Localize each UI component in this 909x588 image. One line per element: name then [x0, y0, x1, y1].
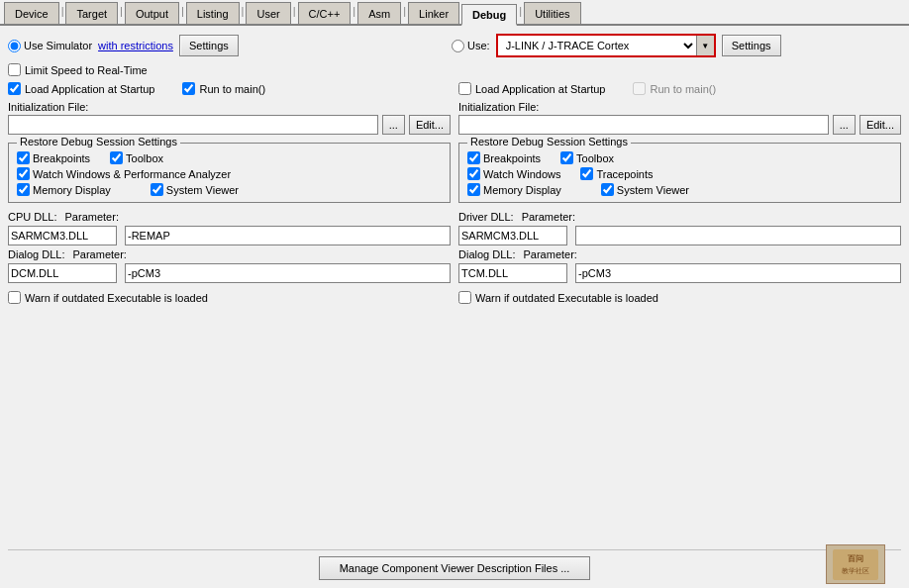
svg-text:教学社区: 教学社区 — [842, 567, 869, 574]
right-tracepoints-cb[interactable] — [580, 167, 593, 180]
left-row2: Watch Windows & Performance Analyzer — [17, 167, 442, 180]
tab-asm[interactable]: Asm — [357, 2, 401, 24]
tab-linker[interactable]: Linker — [408, 2, 459, 24]
left-init-file-section: Initialization File: ... Edit... — [8, 101, 451, 135]
right-column: Load Application at Startup Run to main(… — [458, 82, 901, 543]
right-system-label[interactable]: System Viewer — [601, 183, 689, 196]
bottom-bar: Manage Component Viewer Description File… — [8, 549, 901, 580]
tab-cc[interactable]: C/C++ — [298, 2, 352, 24]
right-warn-checkbox[interactable] — [458, 291, 471, 304]
limit-speed-checkbox[interactable] — [8, 63, 21, 76]
right-watch-cb[interactable] — [467, 167, 480, 180]
limit-speed-section: Limit Speed to Real-Time — [8, 63, 452, 76]
restrictions-link[interactable]: with restrictions — [98, 40, 173, 51]
left-memory-label[interactable]: Memory Display — [17, 183, 111, 196]
right-init-file-section: Initialization File: ... Edit... — [458, 101, 901, 135]
left-group-content: Breakpoints Toolbox Watch Windows & Perf… — [17, 151, 442, 196]
left-breakpoints-label[interactable]: Breakpoints — [17, 151, 90, 164]
left-run-to-main-checkbox[interactable] — [182, 82, 195, 95]
right-tracepoints-label[interactable]: Tracepoints — [580, 167, 653, 180]
left-cpu-dll-input[interactable] — [8, 226, 117, 245]
tab-debug[interactable]: Debug — [461, 4, 517, 26]
right-breakpoints-cb[interactable] — [467, 151, 480, 164]
use-radio[interactable] — [452, 40, 464, 52]
right-breakpoints-text: Breakpoints — [483, 152, 541, 164]
manage-btn[interactable]: Manage Component Viewer Description File… — [319, 556, 591, 580]
right-driver-dll-header: Driver DLL: Parameter: — [458, 211, 901, 223]
watermark-area: 百问 教学社区 — [826, 544, 885, 584]
tab-sep-5: | — [293, 0, 296, 22]
left-watch-text: Watch Windows & Performance Analyzer — [33, 168, 231, 180]
left-row3: Memory Display System Viewer — [17, 183, 442, 196]
right-dialog-dll-input[interactable] — [458, 263, 567, 283]
left-memory-text: Memory Display — [33, 184, 111, 196]
right-dialog-param-input[interactable] — [575, 263, 901, 283]
tab-sep-3: | — [181, 0, 184, 22]
right-toolbox-label[interactable]: Toolbox — [560, 151, 614, 164]
right-dialog-param-label: Parameter: — [523, 248, 901, 260]
right-breakpoints-label[interactable]: Breakpoints — [467, 151, 541, 164]
right-row2: Watch Windows Tracepoints — [467, 167, 892, 180]
left-init-browse-btn[interactable]: ... — [382, 115, 405, 135]
left-dialog-dll-input[interactable] — [8, 263, 117, 283]
left-cpu-param-input[interactable] — [125, 226, 451, 245]
right-system-cb[interactable] — [601, 183, 614, 196]
svg-text:百问: 百问 — [848, 554, 863, 563]
tab-user[interactable]: User — [246, 2, 290, 24]
left-cpu-dll-field: CPU DLL: — [8, 211, 57, 223]
left-system-label[interactable]: System Viewer — [151, 183, 239, 196]
right-driver-param-label-wrap: Parameter: — [522, 211, 901, 223]
left-cpu-dll-row — [8, 226, 451, 245]
right-spacer-1 — [452, 63, 901, 76]
left-system-cb[interactable] — [151, 183, 163, 196]
right-driver-dll-input[interactable] — [458, 226, 567, 245]
left-init-file-input[interactable] — [8, 115, 378, 135]
use-radio-label[interactable]: Use: — [452, 40, 490, 52]
left-restore-group: Restore Debug Session Settings Breakpoin… — [8, 143, 451, 203]
simulator-settings-btn[interactable]: Settings — [179, 35, 239, 56]
tab-output[interactable]: Output — [125, 2, 179, 24]
tab-device[interactable]: Device — [4, 2, 59, 24]
left-cpu-dll-label: CPU DLL: — [8, 211, 57, 223]
dropdown-arrow-icon[interactable]: ▼ — [696, 36, 714, 55]
right-init-file-label: Initialization File: — [458, 101, 901, 113]
limit-speed-row: Limit Speed to Real-Time — [8, 63, 901, 76]
left-watch-cb[interactable] — [17, 167, 30, 180]
left-watch-label[interactable]: Watch Windows & Performance Analyzer — [17, 167, 231, 180]
left-dialog-param-input[interactable] — [125, 263, 451, 283]
left-memory-cb[interactable] — [17, 183, 30, 196]
right-init-browse-btn[interactable]: ... — [833, 115, 856, 135]
left-load-app-label: Load Application at Startup — [25, 83, 154, 95]
right-run-to-main-label: Run to main() — [650, 83, 716, 95]
left-toolbox-cb[interactable] — [110, 151, 123, 164]
tab-target[interactable]: Target — [65, 2, 118, 24]
right-init-edit-btn[interactable]: Edit... — [859, 115, 901, 135]
tab-listing[interactable]: Listing — [186, 2, 240, 24]
left-warn-checkbox[interactable] — [8, 291, 21, 304]
right-memory-label[interactable]: Memory Display — [467, 183, 561, 196]
right-watch-label[interactable]: Watch Windows — [467, 167, 560, 180]
left-run-to-main-label: Run to main() — [199, 83, 265, 95]
right-memory-cb[interactable] — [467, 183, 480, 196]
simulator-radio[interactable] — [8, 40, 21, 52]
left-dialog-param-label: Parameter: — [72, 248, 451, 260]
right-run-to-main-checkbox[interactable] — [633, 82, 646, 95]
right-tracepoints-text: Tracepoints — [596, 168, 653, 180]
two-col-layout: Load Application at Startup Run to main(… — [8, 82, 901, 543]
tab-utilities[interactable]: Utilities — [524, 2, 580, 24]
left-toolbox-label[interactable]: Toolbox — [110, 151, 163, 164]
use-select[interactable]: J-LINK / J-TRACE Cortex ULINK2/ME Cortex… — [498, 36, 696, 55]
right-load-app-checkbox[interactable] — [458, 82, 471, 95]
left-load-app-checkbox[interactable] — [8, 82, 21, 95]
simulator-radio-label[interactable]: Use Simulator — [8, 40, 92, 52]
right-init-file-input[interactable] — [458, 115, 829, 135]
left-breakpoints-cb[interactable] — [17, 151, 30, 164]
left-init-edit-btn[interactable]: Edit... — [409, 115, 451, 135]
left-dialog-dll-label: Dialog DLL: — [8, 248, 64, 260]
right-toolbox-cb[interactable] — [560, 151, 573, 164]
left-dialog-dll-row — [8, 263, 451, 283]
left-dialog-dll-label-wrap: Dialog DLL: — [8, 248, 64, 260]
use-settings-btn[interactable]: Settings — [722, 35, 781, 56]
right-dialog-dll-label-wrap: Dialog DLL: — [458, 248, 515, 260]
right-driver-param-input[interactable] — [575, 226, 901, 245]
